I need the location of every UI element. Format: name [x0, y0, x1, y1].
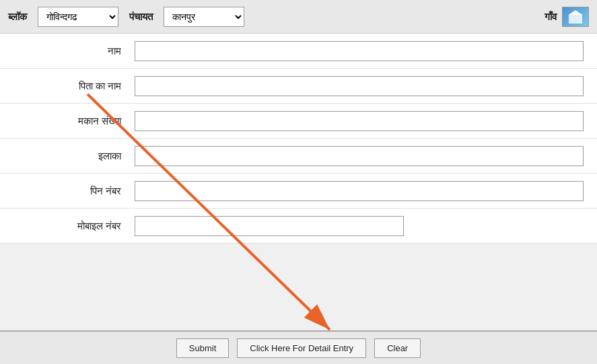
form-area: नाम पिता का नाम मकान संख्या इलाका पिन नं… — [0, 34, 597, 244]
mobile-number-label: मोबाइल नंबर — [13, 220, 135, 232]
gaon-image-box — [562, 7, 589, 27]
pita-naam-row: पिता का नाम — [0, 69, 597, 104]
gaon-image — [563, 7, 588, 26]
mobile-number-input[interactable] — [135, 216, 404, 236]
pin-number-input[interactable] — [135, 181, 584, 201]
gaon-section: गाँव — [545, 7, 589, 27]
panchayat-select[interactable]: कानपुर — [164, 7, 244, 27]
top-bar: ब्लॉक गोविन्दगढ पंचायत कानपुर गाँव — [0, 0, 597, 34]
mobile-number-row: मोबाइल नंबर — [0, 209, 597, 244]
ilaaka-label: इलाका — [13, 150, 135, 162]
pin-number-label: पिन नंबर — [13, 185, 135, 197]
clear-button[interactable]: Clear — [374, 338, 421, 358]
makaan-sankhya-row: मकान संख्या — [0, 104, 597, 139]
naam-row: नाम — [0, 34, 597, 69]
bottom-bar: Submit Click Here For Detail Entry Clear — [0, 330, 597, 364]
gaon-label: गाँव — [545, 11, 557, 23]
block-label: ब्लॉक — [8, 11, 27, 23]
panchayat-label: पंचायत — [129, 11, 153, 23]
submit-button[interactable]: Submit — [176, 338, 229, 358]
block-select[interactable]: गोविन्दगढ — [38, 7, 118, 27]
ilaaka-input[interactable] — [135, 146, 584, 166]
ilaaka-row: इलाका — [0, 139, 597, 174]
naam-input[interactable] — [135, 41, 584, 61]
svg-marker-1 — [569, 10, 582, 15]
pita-naam-label: पिता का नाम — [13, 80, 135, 92]
naam-label: नाम — [13, 45, 135, 57]
pita-naam-input[interactable] — [135, 76, 584, 96]
pin-number-row: पिन नंबर — [0, 174, 597, 209]
makaan-sankhya-input[interactable] — [135, 111, 584, 131]
svg-rect-0 — [569, 14, 582, 24]
makaan-sankhya-label: मकान संख्या — [13, 115, 135, 127]
detail-entry-button[interactable]: Click Here For Detail Entry — [237, 338, 366, 358]
